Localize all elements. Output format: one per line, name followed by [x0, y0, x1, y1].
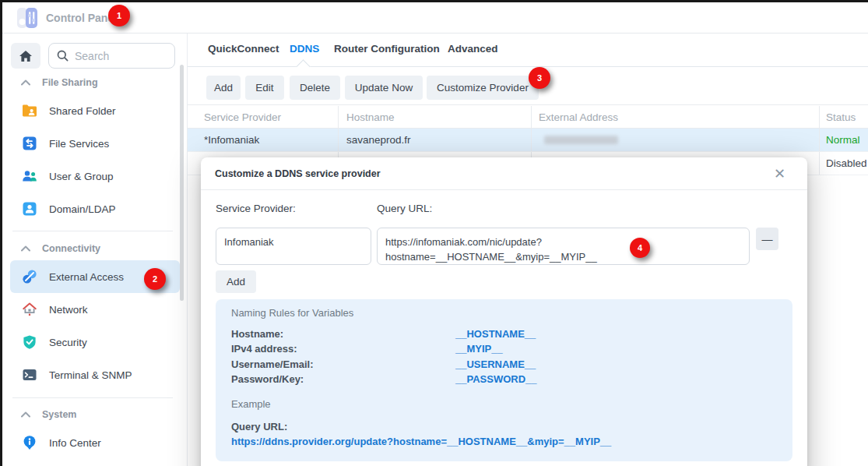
example-label: Example [231, 396, 271, 411]
rule-hostname: Hostname: __HOSTNAME__ [231, 326, 536, 341]
annotation-badge-1: 1 [108, 5, 130, 26]
column-header-hostname[interactable]: Hostname [339, 106, 532, 128]
control-panel-icon [17, 8, 37, 28]
dialog-divider [201, 189, 807, 190]
terminal-snmp-icon [22, 367, 37, 383]
service-provider-label: Service Provider: [216, 203, 296, 214]
shared-folder-icon [22, 103, 37, 118]
tab-router-configuration[interactable]: Router Configuration [334, 43, 440, 55]
sidebar-item-info-center[interactable]: Info Center [10, 426, 180, 459]
sidebar-item-domain-ldap[interactable]: Domain/LDAP [10, 192, 180, 225]
control-panel-window: Control Panel File Sharing [0, 0, 868, 466]
delete-button[interactable]: Delete [290, 76, 340, 100]
sidebar-item-terminal-snmp[interactable]: Terminal & SNMP [10, 358, 180, 391]
domain-ldap-icon [22, 201, 37, 217]
sidebar-divider [12, 231, 173, 231]
sidebar-section-connectivity[interactable]: Connectivity [21, 241, 100, 256]
page-title: Control Panel [46, 12, 117, 24]
naming-rules-title: Naming Rules for Variables [231, 305, 353, 320]
tab-advanced[interactable]: Advanced [448, 43, 498, 55]
file-services-icon [22, 136, 37, 151]
update-now-button[interactable]: Update Now [345, 76, 423, 100]
table-row[interactable]: *Infomaniak savaneprod.fr Normal [188, 129, 868, 152]
customize-provider-button[interactable]: Customize Provider [427, 76, 539, 100]
window-left-edge [0, 0, 2, 466]
dialog-title: Customize a DDNS service provider [215, 168, 381, 179]
rule-password: Password/Key: __PASSWORD__ [231, 371, 537, 387]
annotation-badge-2: 2 [144, 268, 166, 290]
example-query-url-link[interactable]: https://ddns.provider.org/update?hostnam… [231, 433, 611, 449]
tab-ddns[interactable]: DDNS [290, 43, 319, 55]
sidebar-section-file-sharing[interactable]: File Sharing [21, 75, 98, 90]
sidebar-item-security[interactable]: Security [10, 326, 180, 358]
network-icon [22, 302, 37, 317]
annotation-badge-3: 3 [529, 67, 550, 89]
sidebar-item-file-services[interactable]: File Services [10, 127, 180, 160]
annotation-badge-4: 4 [630, 238, 650, 258]
sidebar: File Sharing Shared Folder File Services [2, 34, 188, 466]
home-icon [19, 50, 33, 62]
chevron-up-icon [21, 79, 30, 86]
remove-provider-button[interactable]: — [756, 228, 778, 250]
active-tab-notch [296, 59, 310, 73]
chevron-up-icon [21, 411, 30, 418]
query-url-field[interactable]: https://infomaniak.com/nic/update? hostn… [377, 228, 750, 265]
window-top-edge [0, 0, 868, 2]
edit-button[interactable]: Edit [245, 76, 284, 100]
example-query-url-label: Query URL: [231, 418, 287, 434]
column-header-service-provider[interactable]: Service Provider [188, 106, 339, 128]
query-url-label: Query URL: [377, 203, 432, 214]
search-icon [57, 50, 69, 62]
search-box[interactable] [48, 43, 175, 69]
column-header-external-address[interactable]: External Address [532, 106, 820, 128]
rule-ipv4: IPv4 address: __MYIP__ [231, 341, 503, 356]
add-button[interactable]: Add [206, 76, 241, 100]
sidebar-item-user-group[interactable]: User & Group [10, 160, 180, 192]
status-badge: Disabled [820, 152, 868, 175]
sidebar-scrollbar[interactable] [180, 65, 184, 301]
sidebar-section-system[interactable]: System [21, 407, 76, 422]
toolbar-divider [188, 104, 868, 105]
dialog-add-button[interactable]: Add [216, 270, 256, 293]
security-icon [22, 334, 37, 350]
naming-rules-panel: Naming Rules for Variables Hostname: __H… [216, 299, 792, 461]
rule-username: Username/Email: __USERNAME__ [231, 356, 536, 372]
sidebar-item-shared-folder[interactable]: Shared Folder [10, 94, 180, 127]
close-icon[interactable]: ✕ [769, 164, 790, 184]
tab-quickconnect[interactable]: QuickConnect [208, 43, 279, 55]
cell-external-address [532, 129, 820, 151]
cell-service-provider: *Infomaniak [188, 129, 339, 151]
user-group-icon [22, 168, 37, 184]
tab-underline [188, 66, 868, 67]
info-center-icon [22, 435, 37, 450]
chevron-up-icon [21, 245, 30, 252]
cell-hostname: savaneprod.fr [339, 129, 532, 151]
search-input[interactable] [75, 50, 153, 62]
customize-ddns-dialog: Customize a DDNS service provider ✕ Serv… [201, 157, 807, 466]
external-access-icon [22, 269, 37, 284]
table-header: Service Provider Hostname External Addre… [188, 106, 868, 129]
column-header-status[interactable]: Status [820, 106, 868, 128]
app-header: Control Panel [2, 2, 868, 34]
status-badge: Normal [820, 129, 868, 151]
sidebar-divider [12, 397, 173, 398]
home-button[interactable] [11, 43, 40, 69]
service-provider-field[interactable]: Infomaniak [216, 228, 371, 265]
redacted-external-address [544, 136, 618, 144]
sidebar-item-network[interactable]: Network [10, 293, 180, 326]
